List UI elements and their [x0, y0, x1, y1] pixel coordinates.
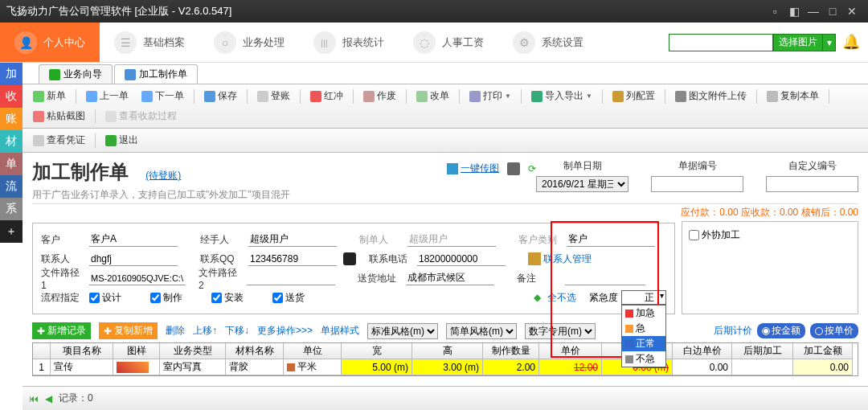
prev-button[interactable]: 上一单 [80, 87, 134, 105]
date-select[interactable]: 2016/9/21 星期三 下 [536, 176, 628, 192]
urg-opt-buji[interactable]: 不急 [622, 351, 665, 367]
lt-recv[interactable]: 收 [0, 85, 23, 108]
first-icon[interactable]: ⏮ [29, 393, 39, 404]
customer-input[interactable] [89, 232, 178, 247]
path2-input[interactable] [247, 271, 335, 285]
remark-input[interactable] [565, 271, 645, 285]
chk-design[interactable] [89, 293, 100, 303]
nav-business[interactable]: ○业务处理 [199, 23, 299, 62]
more-link[interactable]: 更多操作>>> [257, 324, 313, 338]
status-bar: ⏮ ◀ 记录：0 [23, 386, 868, 410]
table-row[interactable]: 1 宣传 室内写真 背胶 平米 5.00 (m) 3.00 (m) 2.00 1… [33, 359, 858, 375]
handler-input[interactable] [248, 232, 337, 247]
moveup-link[interactable]: 上移↑ [193, 324, 217, 338]
chk-outsource[interactable] [689, 230, 699, 240]
attach-button[interactable]: 图文附件上传 [669, 87, 752, 105]
viewvoucher-button[interactable]: 查看凭证 [27, 131, 91, 150]
urg-opt-normal[interactable]: 正常 [622, 336, 665, 351]
urg-opt-ji[interactable]: 急 [622, 321, 665, 336]
custno-input[interactable] [766, 176, 858, 192]
latercalc-link[interactable]: 后期计价 [714, 324, 752, 338]
date-label: 制单日期 [536, 159, 628, 173]
user-icon: 👤 [14, 31, 37, 54]
colcfg-button[interactable]: 列配置 [607, 87, 661, 105]
io-icon [531, 91, 542, 102]
copy-add-button[interactable]: ✚ 复制新增 [99, 322, 158, 339]
contactmgr-link[interactable]: 联系人管理 [543, 252, 592, 266]
save-button[interactable]: 保存 [199, 87, 243, 105]
select-image-dropdown[interactable]: ▾ [823, 34, 836, 51]
radio-byprice[interactable]: 按单价 [810, 323, 858, 338]
print-icon [469, 91, 481, 102]
addr-input[interactable] [406, 271, 494, 285]
lt-plus[interactable]: ＋ [0, 220, 23, 243]
chk-make[interactable] [150, 293, 161, 303]
nav-basic[interactable]: ☰基础档案 [100, 23, 199, 62]
bell-icon[interactable]: 🔔 [842, 33, 862, 52]
guide-icon [49, 69, 60, 80]
page-title: 加工制作单 [32, 161, 129, 182]
print-button[interactable]: 打印▼ [464, 87, 517, 105]
prev-icon2[interactable]: ◀ [45, 393, 52, 404]
close-icon[interactable]: ✕ [842, 3, 862, 19]
digit-style-select[interactable]: 数字专用(m) [525, 323, 596, 339]
lt-acct[interactable]: 账 [0, 108, 23, 130]
simple-style-select[interactable]: 简单风格(m) [446, 323, 517, 339]
copy-button[interactable]: 复制本单 [761, 87, 825, 105]
lt-flow[interactable]: 流 [0, 175, 23, 198]
radio-byamt[interactable]: 按金额 [757, 323, 805, 338]
chk-install[interactable] [211, 293, 222, 303]
lt-mat[interactable]: 材 [0, 130, 23, 153]
minimize-icon[interactable]: — [804, 3, 823, 19]
select-image-button[interactable]: 选择图片 [773, 34, 823, 51]
new-button[interactable]: 新单 [27, 87, 72, 105]
path1-input[interactable] [89, 271, 186, 285]
next-button[interactable]: 下一单 [136, 87, 190, 105]
red-button[interactable]: 红冲 [305, 87, 349, 105]
onekey-link[interactable]: 一键传图 [461, 162, 499, 175]
refresh-icon[interactable]: ⟳ [528, 163, 536, 174]
new-icon [33, 91, 44, 102]
nav-settings[interactable]: ⚙系统设置 [498, 23, 598, 62]
lt-add[interactable]: 加 [0, 63, 23, 85]
add-row-button[interactable]: ✚ 新增记录 [32, 322, 91, 339]
chart-icon: ⫼ [313, 31, 336, 54]
pending-link[interactable]: (待登账) [145, 170, 181, 181]
paste-button[interactable]: 粘贴截图 [27, 107, 91, 125]
hat-icon[interactable]: ▫ [765, 3, 784, 19]
viewpay-button[interactable]: 查看收款过程 [100, 107, 182, 125]
tab-guide[interactable]: 业务向导 [39, 64, 113, 84]
qq-input[interactable] [248, 252, 337, 266]
sub-toolbar: 查看凭证 退出 [23, 129, 868, 153]
urgency-select[interactable]: 正 [621, 290, 666, 305]
tab-order[interactable]: 加工制作单 [114, 64, 198, 84]
qq-icon[interactable] [343, 252, 356, 265]
movedown-link[interactable]: 下移↓ [225, 324, 249, 338]
lt-sys[interactable]: 系 [0, 198, 23, 220]
std-style-select[interactable]: 标准风格(m) [367, 323, 438, 339]
void-button[interactable]: 作废 [358, 87, 402, 105]
phone-input[interactable] [417, 252, 506, 266]
docno-input[interactable] [651, 176, 743, 192]
contact-input[interactable] [89, 252, 178, 266]
delete-link[interactable]: 删除 [166, 324, 185, 338]
maximize-icon[interactable]: □ [823, 3, 842, 19]
io-button[interactable]: 导入导出▼ [526, 87, 598, 105]
nav-hr[interactable]: ◌人事工资 [399, 23, 498, 62]
chk-deliver[interactable] [272, 293, 283, 303]
maker-input [407, 232, 496, 247]
rowstyle-link[interactable]: 单据样式 [321, 324, 359, 338]
urg-opt-jiaji[interactable]: 加急 [622, 305, 665, 321]
lt-doc[interactable]: 单 [0, 153, 23, 175]
nav-report[interactable]: ⫼报表统计 [299, 23, 399, 62]
list-icon: ☰ [114, 31, 137, 54]
image-path-input[interactable] [669, 34, 773, 51]
printer-icon[interactable] [507, 162, 520, 175]
allnone-link[interactable]: 全不选 [547, 291, 576, 305]
nav-personal[interactable]: 👤个人中心 [0, 23, 100, 62]
grid-actions: ✚ 新增记录 ✚ 复制新增 删除 上移↑ 下移↓ 更多操作>>> 单据样式 标准… [32, 322, 858, 339]
exit-button[interactable]: 退出 [100, 131, 144, 150]
post-button[interactable]: 登账 [252, 87, 296, 105]
edit-button[interactable]: 改单 [411, 87, 455, 105]
shirt-icon[interactable]: ◧ [784, 3, 804, 19]
